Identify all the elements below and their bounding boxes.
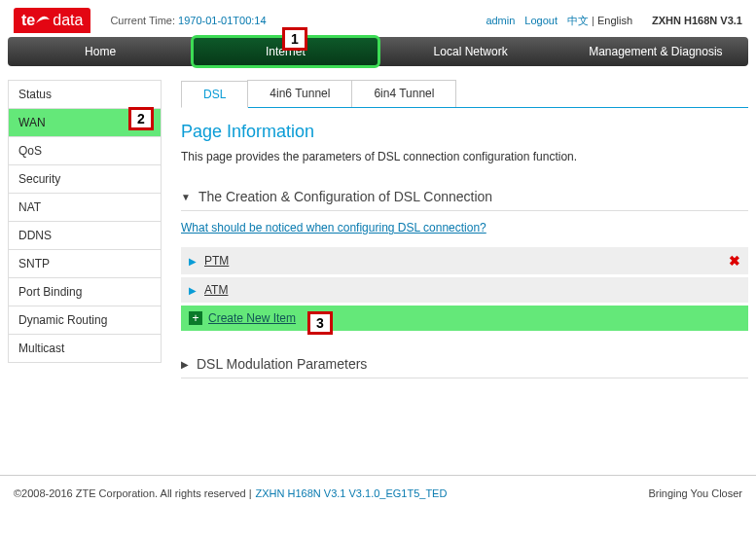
footer: ©2008-2016 ZTE Corporation. All rights r… — [0, 475, 756, 511]
footer-model[interactable]: ZXHN H168N V3.1 V3.1.0_EG1T5_TED — [256, 487, 448, 499]
chevron-right-icon: ▶ — [189, 256, 197, 267]
connection-label: ATM — [204, 283, 228, 297]
create-new-item[interactable]: + Create New Item — [181, 306, 748, 331]
model-label: ZXHN H168N V3.1 — [652, 15, 742, 26]
plus-icon: + — [189, 311, 202, 325]
callout-1: 1 — [282, 27, 307, 51]
tab-6in4[interactable]: 6in4 Tunnel — [351, 80, 456, 107]
time-label: Current Time: 1970-01-01T00:14 — [110, 15, 266, 26]
delete-icon[interactable]: ✖ — [729, 253, 740, 269]
tab-4in6[interactable]: 4in6 Tunnel — [247, 80, 352, 107]
header-bar: te data Current Time: 1970-01-01T00:14 1… — [0, 0, 756, 37]
footer-copyright: ©2008-2016 ZTE Corporation. All rights r… — [14, 487, 252, 499]
section-dsl-connection[interactable]: ▼ The Creation & Configuration of DSL Co… — [181, 183, 748, 211]
page-title: Page Information — [181, 122, 748, 142]
callout-2: 2 — [128, 107, 154, 130]
connection-row-ptm[interactable]: ▶ PTM ✖ — [181, 247, 748, 274]
header-right: admin Logout 中文 | English ZXHN H168N V3.… — [486, 14, 742, 28]
tab-dsl[interactable]: DSL — [181, 81, 248, 108]
sidebar-item-qos[interactable]: QoS — [8, 137, 162, 165]
tab-bar: DSL 4in6 Tunnel 6in4 Tunnel — [181, 80, 748, 108]
sidebar-item-dynamic-routing[interactable]: Dynamic Routing — [8, 306, 162, 335]
logo-swoosh-icon — [35, 14, 51, 27]
lang-group: 中文 | English — [567, 14, 632, 28]
sidebar-item-status[interactable]: Status — [8, 80, 162, 109]
section-title: DSL Modulation Parameters — [197, 356, 367, 372]
lang-english[interactable]: English — [597, 15, 632, 26]
logout-link[interactable]: Logout — [524, 15, 558, 26]
logo-suffix: data — [53, 12, 83, 29]
nav-home[interactable]: Home — [8, 37, 193, 66]
sidebar-item-multicast[interactable]: Multicast — [8, 335, 162, 363]
sidebar-item-ddns[interactable]: DDNS — [8, 222, 162, 250]
chevron-right-icon: ▶ — [189, 285, 197, 296]
content-area: DSL 4in6 Tunnel 6in4 Tunnel Page Informa… — [181, 80, 748, 446]
lang-separator: | — [589, 15, 597, 26]
connection-row-atm[interactable]: ▶ ATM — [181, 277, 748, 303]
sidebar-item-security[interactable]: Security — [8, 165, 162, 194]
sidebar-item-nat[interactable]: NAT — [8, 194, 162, 222]
page-description: This page provides the parameters of DSL… — [181, 150, 748, 163]
sidebar-item-port-binding[interactable]: Port Binding — [8, 278, 162, 306]
top-nav: Home Internet Local Network Management &… — [8, 37, 748, 66]
section-dsl-modulation[interactable]: ▶ DSL Modulation Parameters — [181, 350, 748, 378]
logo-prefix: te — [21, 12, 35, 29]
nav-management[interactable]: Management & Diagnosis — [563, 37, 748, 66]
admin-link[interactable]: admin — [486, 15, 515, 26]
nav-local-network[interactable]: Local Network — [378, 37, 563, 66]
lang-chinese[interactable]: 中文 — [567, 15, 589, 26]
callout-3: 3 — [307, 311, 333, 335]
section-title: The Creation & Configuration of DSL Conn… — [198, 189, 492, 204]
connection-label: PTM — [204, 254, 229, 268]
time-value: 1970-01-01T00:14 — [178, 15, 267, 26]
chevron-right-icon: ▶ — [181, 359, 189, 370]
sidebar: Status WAN 2 QoS Security NAT DDNS SNTP … — [8, 80, 162, 446]
sidebar-item-sntp[interactable]: SNTP — [8, 250, 162, 278]
help-link[interactable]: What should be noticed when configuring … — [181, 221, 486, 234]
footer-tagline: Bringing You Closer — [648, 487, 742, 499]
logo: te data — [14, 8, 90, 33]
create-label: Create New Item — [208, 311, 296, 325]
chevron-down-icon: ▼ — [181, 192, 191, 202]
